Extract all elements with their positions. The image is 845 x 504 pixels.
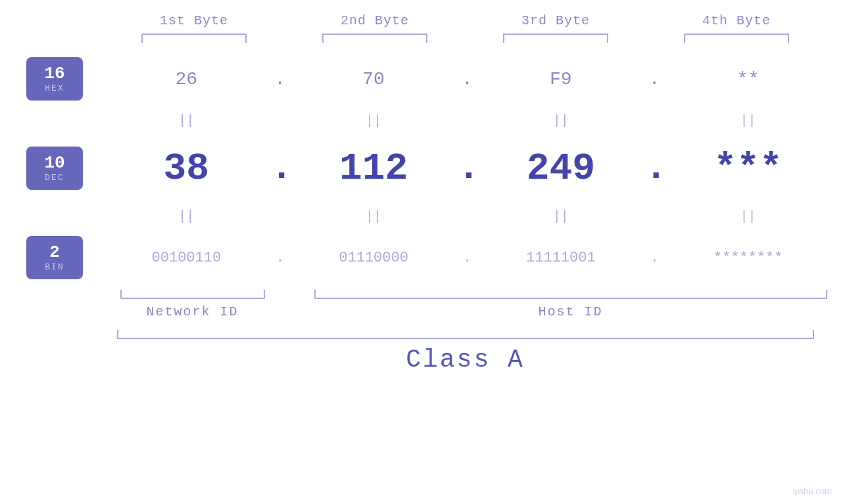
class-section: Class A: [104, 330, 827, 374]
bottom-bracket-area: Network ID Host ID: [104, 290, 827, 319]
dec-val-2: 112: [290, 147, 458, 190]
bracket-cell-2: [285, 34, 466, 43]
eq-4: ||: [664, 113, 832, 128]
dec-label-box: 10 DEC: [26, 147, 83, 190]
dec-val-4: ***: [664, 147, 832, 190]
hex-val-2: 70: [290, 69, 458, 89]
hex-dot-2: .: [458, 69, 477, 89]
main-container: 1st Byte 2nd Byte 3rd Byte 4th Byte 16 H…: [0, 0, 845, 504]
top-bracket-1: [141, 34, 247, 43]
byte-header-1: 1st Byte: [104, 13, 285, 28]
dec-base-number: 10: [44, 154, 64, 173]
hex-dot-3: .: [644, 69, 664, 89]
byte-headers: 1st Byte 2nd Byte 3rd Byte 4th Byte: [104, 13, 827, 28]
hex-val-3: F9: [477, 69, 645, 89]
equals-row-1: || || || ||: [0, 108, 845, 132]
eq-2: ||: [290, 113, 458, 128]
dec-dot-2: .: [458, 149, 477, 187]
network-id-section: Network ID: [104, 290, 281, 319]
bin-row: 2 BIN 00100110 . 01110000 . 11111001 . *…: [0, 228, 845, 287]
dec-base-name: DEC: [45, 173, 64, 183]
top-bracket-3: [503, 34, 608, 43]
bin-dot-2: .: [458, 250, 477, 266]
hex-values: 26 . 70 . F9 . **: [103, 69, 845, 89]
bracket-cell-3: [466, 34, 646, 43]
eq-1: ||: [103, 113, 270, 128]
byte-header-4: 4th Byte: [646, 13, 827, 28]
top-brackets: [104, 34, 827, 43]
host-id-label: Host ID: [538, 304, 602, 319]
eq-3: ||: [477, 113, 645, 128]
bin-dot-1: .: [270, 250, 290, 266]
hex-row: 16 HEX 26 . 70 . F9 . **: [0, 49, 845, 108]
dec-dot-1: .: [270, 149, 290, 187]
byte-header-2: 2nd Byte: [285, 13, 466, 28]
host-id-section: Host ID: [314, 290, 827, 319]
bin-val-1: 00100110: [103, 250, 270, 266]
equals-row-2: || || || ||: [0, 204, 845, 228]
eq-7: ||: [477, 209, 645, 224]
dec-val-1: 38: [103, 147, 270, 190]
dec-row: 10 DEC 38 . 112 . 249 . ***: [0, 132, 845, 204]
hex-base-number: 16: [44, 64, 64, 83]
bracket-cell-1: [104, 34, 285, 43]
hex-base-name: HEX: [45, 83, 64, 93]
eq-vals-1: || || || ||: [103, 113, 845, 128]
class-bracket: [117, 330, 814, 339]
host-bracket: [314, 290, 827, 299]
bracket-cell-4: [646, 34, 827, 43]
hex-val-1: 26: [103, 69, 270, 89]
bin-val-4: ********: [664, 250, 832, 266]
network-bracket: [120, 290, 265, 299]
eq-vals-2: || || || ||: [103, 209, 845, 224]
watermark: ipshu.com: [793, 486, 832, 496]
top-bracket-4: [684, 34, 789, 43]
bin-label-box: 2 BIN: [26, 236, 83, 279]
top-bracket-2: [322, 34, 427, 43]
hex-val-4: **: [664, 69, 832, 89]
bin-values: 00100110 . 01110000 . 11111001 . *******…: [103, 250, 845, 266]
bin-base-number: 2: [49, 243, 60, 262]
eq-6: ||: [290, 209, 458, 224]
eq-8: ||: [664, 209, 832, 224]
network-id-label: Network ID: [146, 304, 238, 319]
bin-dot-3: .: [644, 250, 664, 266]
dec-values: 38 . 112 . 249 . ***: [103, 147, 845, 190]
hex-label-box: 16 HEX: [26, 57, 83, 101]
bin-val-2: 01110000: [290, 250, 458, 266]
byte-header-3: 3rd Byte: [466, 13, 646, 28]
class-label: Class A: [406, 346, 525, 374]
bin-base-name: BIN: [45, 262, 64, 272]
dec-dot-3: .: [644, 149, 664, 187]
bin-val-3: 11111001: [477, 250, 645, 266]
dec-val-3: 249: [477, 147, 645, 190]
hex-dot-1: .: [270, 69, 290, 89]
eq-5: ||: [103, 209, 270, 224]
